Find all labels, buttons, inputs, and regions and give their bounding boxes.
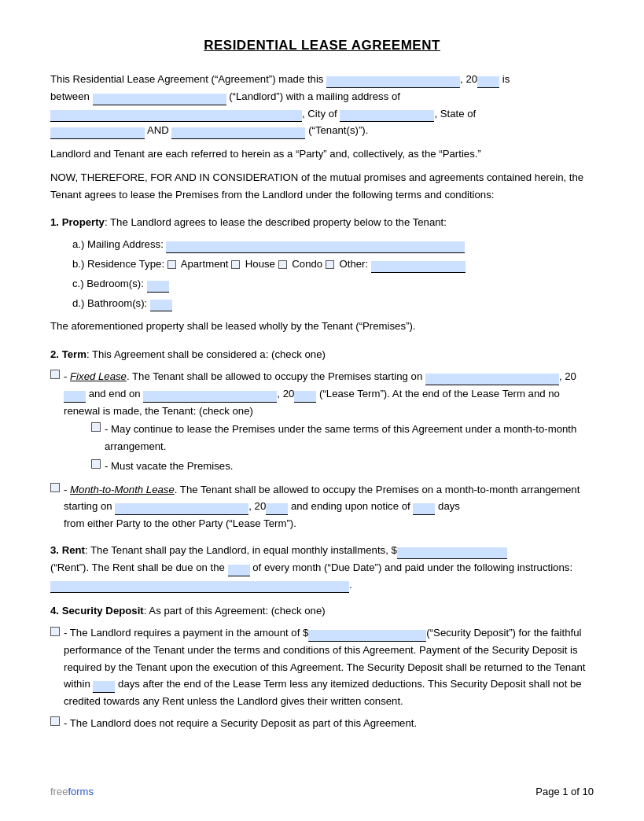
consideration-text: NOW, THEREFORE, FOR AND IN CONSIDERATION… [50,169,594,204]
apartment-label: Apartment [178,258,231,270]
fixed-year1: , 20 [559,370,576,382]
fixed-lease-option: - Fixed Lease. The Tenant shall be allow… [50,368,594,419]
document-page: RESIDENTIAL LEASE AGREEMENT This Residen… [0,0,644,821]
vacate-label: - Must vacate the Premises. [105,458,233,475]
date-field[interactable] [326,76,460,88]
other-checkbox[interactable] [326,260,334,269]
mailing-address-field[interactable] [50,110,302,122]
section2-header: 2. Term: This Agreement shall be conside… [50,346,594,363]
between-label: between [50,90,90,102]
month-to-month-label: Month-to-Month Lease [70,484,175,495]
document-title: RESIDENTIAL LEASE AGREEMENT [50,38,594,53]
year-field[interactable] [477,76,499,88]
fixed-year2: , 20 [277,388,294,399]
section3-header: 3. Rent: The Tenant shall pay the Landlo… [50,542,594,593]
bathrooms-label: d.) Bathroom(s): [72,297,147,309]
no-security-deposit-option: - The Landlord does not require a Securi… [50,715,594,732]
condo-label: Condo [289,258,326,270]
bathrooms-field[interactable] [150,300,172,311]
month-year: , 20 [248,500,266,512]
fixed-end-year-field[interactable] [294,391,316,403]
fixed-label: - [64,370,70,382]
section1-items: a.) Mailing Address: b.) Residence Type:… [72,236,594,311]
bedrooms-row: c.) Bedroom(s): [72,275,594,293]
city-field[interactable] [340,110,434,122]
payment-instructions-field[interactable] [50,581,349,593]
bedrooms-field[interactable] [147,281,169,293]
state-field[interactable] [50,127,145,139]
other-label: Other: [337,258,371,270]
month-notice: and ending upon notice of [288,500,410,512]
security-amount-field[interactable] [308,630,426,642]
state-suffix: , State of [434,108,476,120]
fixed-text: . The Tenant shall be allowed to occupy … [127,370,422,382]
landlord-suffix: (“Landlord”) with a mailing address of [229,90,400,102]
city-prefix: , City of [302,108,337,120]
page-footer: freeforms Page 1 of 10 [50,786,594,797]
year-suffix: is [499,73,510,85]
month-start-year-field[interactable] [266,503,288,515]
fixed-lease-label: Fixed Lease [70,370,127,382]
vacate-option: - Must vacate the Premises. [91,458,594,475]
no-deposit-label: - The Landlord does not require a Securi… [64,715,417,732]
residence-type-label: b.) Residence Type: [72,258,164,270]
fixed-end-date-field[interactable] [143,391,277,403]
section4-header: 4. Security Deposit: As part of this Agr… [50,602,594,620]
month-to-month-checkbox[interactable] [50,483,60,492]
fixed-start-date-field[interactable] [425,374,559,385]
security-days-label: days after the end of the Lease Term les… [64,678,582,707]
fixed-start-year-field[interactable] [64,391,86,403]
month-days: days [435,500,460,512]
month-label: - [64,484,70,495]
continue-lease-option: - May continue to lease the Premises und… [91,421,594,455]
house-label: House [242,258,278,270]
apartment-checkbox[interactable] [167,260,176,269]
other-type-field[interactable] [371,261,466,273]
due-date-field[interactable] [228,565,250,576]
year-prefix: , 20 [460,73,477,85]
premises-note: The aforementioned property shall be lea… [50,318,594,335]
fixed-lease-checkbox[interactable] [50,370,60,379]
house-checkbox[interactable] [231,260,240,269]
property-address-field[interactable] [166,241,465,253]
month-end: from either Party to the other Party (“L… [64,517,296,529]
no-security-checkbox[interactable] [50,716,60,726]
brand-logo: freeforms [50,786,94,797]
property-mailing-address-row: a.) Mailing Address: [72,236,594,253]
brand-forms: forms [68,786,94,797]
condo-checkbox[interactable] [278,260,287,269]
mailing-label: a.) Mailing Address: [72,238,164,250]
vacate-checkbox[interactable] [91,459,101,469]
parties-note: Landlord and Tenant are each referred to… [50,145,594,163]
intro-line1: This Residential Lease Agreement (“Agree… [50,73,323,85]
month-to-month-option: - Month-to-Month Lease. The Tenant shall… [50,481,594,532]
intro-paragraph: This Residential Lease Agreement (“Agree… [50,71,594,139]
residence-type-row: b.) Residence Type: Apartment House Cond… [72,256,594,273]
brand-free: free [50,786,68,797]
security-requires-label: - The Landlord requires a payment in the… [64,627,308,639]
fixed-and: and end on [86,388,141,399]
month-start-date-field[interactable] [115,503,248,515]
page-number: Page 1 of 10 [535,786,594,797]
rent-amount-field[interactable] [397,547,507,559]
section1-header: 1. Property: The Landlord agrees to leas… [50,214,594,231]
notice-days-field[interactable] [413,503,435,515]
security-deposit-required-option: - The Landlord requires a payment in the… [50,624,594,710]
security-return-days-field[interactable] [93,681,115,693]
landlord-name-field[interactable] [93,94,226,105]
bathrooms-row: d.) Bathroom(s): [72,295,594,312]
tenant-suffix: (“Tenant(s)”). [308,124,368,136]
and-label: AND [147,124,169,136]
continue-lease-checkbox[interactable] [91,422,101,432]
bedrooms-label: c.) Bedroom(s): [72,278,144,289]
tenant-name-field[interactable] [171,127,305,139]
continue-lease-label: - May continue to lease the Premises und… [105,421,594,455]
security-deposit-checkbox[interactable] [50,627,60,636]
